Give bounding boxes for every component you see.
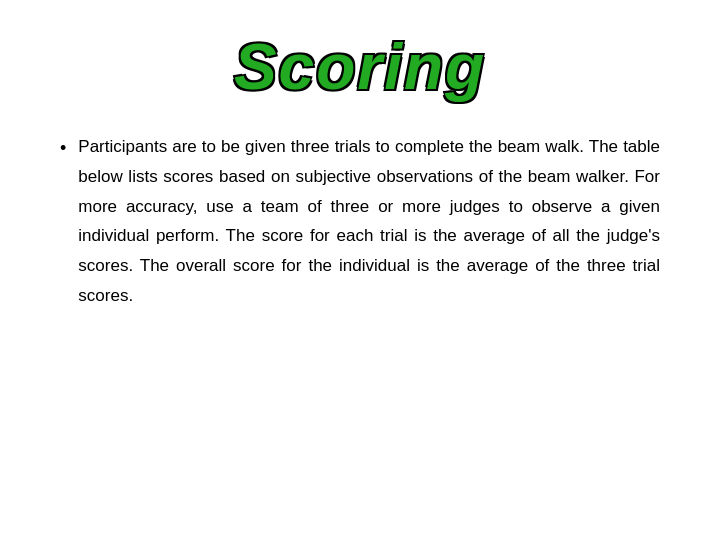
page-title: Scoring	[234, 30, 486, 104]
bullet-item: • Participants are to be given three tri…	[60, 132, 660, 311]
page: Scoring • Participants are to be given t…	[0, 0, 720, 540]
bullet-dot: •	[60, 134, 66, 163]
bullet-text: Participants are to be given three trial…	[78, 132, 660, 311]
content-area: • Participants are to be given three tri…	[60, 132, 660, 311]
